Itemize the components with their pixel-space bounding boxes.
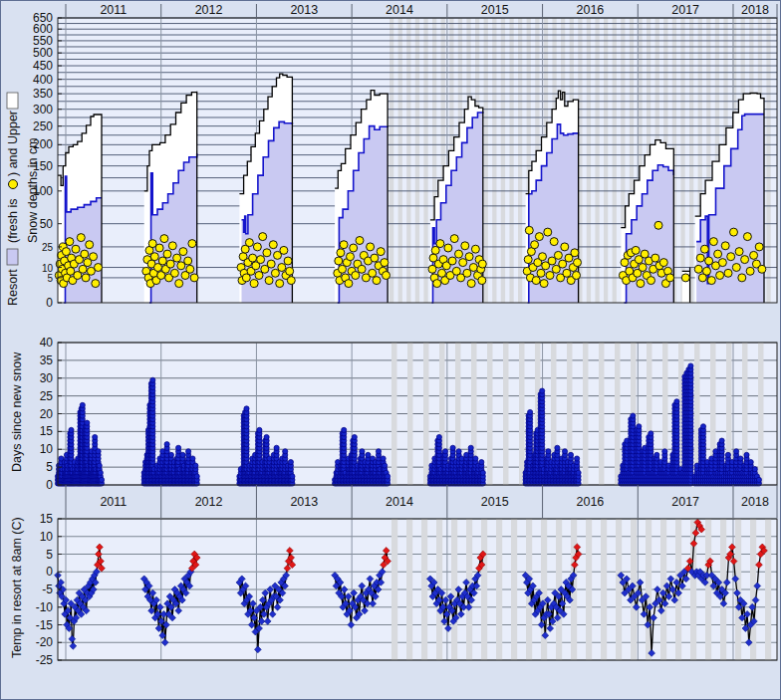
fresh-snow-dot <box>741 256 749 264</box>
days-since-snow-dot <box>649 431 653 436</box>
y-tick-label: 35 <box>40 353 54 367</box>
y-tick-label: 0 <box>46 478 53 492</box>
fresh-snow-dot <box>681 274 689 282</box>
days-since-snow-dot <box>96 449 101 454</box>
days-since-snow-dot <box>748 460 753 465</box>
y-tick-label: -20 <box>36 635 54 649</box>
legend-fresh-label: (fresh is <box>6 199 20 243</box>
y-tick-label: 15 <box>40 512 54 526</box>
fresh-snow-dot <box>377 248 385 256</box>
fresh-snow-dot <box>467 280 475 288</box>
fresh-snow-dot <box>249 254 257 262</box>
fresh-snow-dot <box>158 257 166 265</box>
days-since-snow-dot <box>150 377 155 382</box>
days-since-snow-dot <box>190 456 195 461</box>
fresh-snow-dot <box>574 259 582 267</box>
legend-resort-label: Resort <box>6 269 20 306</box>
days-since-snow-dot <box>274 445 279 450</box>
fresh-snow-dot <box>245 239 253 247</box>
svg-text:Days since new snow: Days since new snow <box>10 351 24 472</box>
fresh-snow-dot <box>444 244 452 252</box>
fresh-snow-dot <box>250 280 258 288</box>
fresh-snow-dot <box>561 243 569 251</box>
days-since-snow-dot <box>674 399 679 404</box>
fresh-snow-dot <box>286 267 294 275</box>
fresh-snow-dot <box>707 277 715 285</box>
days-since-snow-dot <box>662 449 667 454</box>
y-tick-label: 15 <box>40 424 54 438</box>
fresh-snow-dot <box>280 246 288 254</box>
days-since-snow-dot <box>342 427 347 432</box>
days-since-snow-dot <box>540 388 545 393</box>
upper-depth-area <box>682 268 690 304</box>
fresh-snow-dot <box>82 274 90 282</box>
y-tick-label: 400 <box>33 73 53 87</box>
days-since-snow-dot <box>180 452 185 457</box>
fresh-snow-dot <box>632 246 640 254</box>
resort-swatch <box>7 249 18 265</box>
fresh-snow-swatch-icon <box>9 180 18 189</box>
fresh-snow-dot <box>345 280 353 288</box>
days-since-snow-dot <box>562 449 567 454</box>
year-label: 2011 <box>100 495 127 509</box>
fresh-snow-dot <box>471 245 479 253</box>
year-label: 2016 <box>577 495 605 509</box>
y-tick-label: 10 <box>40 442 54 456</box>
days-since-snow-dot <box>752 467 757 472</box>
days-since-snow-dot <box>631 413 636 418</box>
year-label: 2014 <box>386 3 413 17</box>
days-since-snow-dot <box>637 424 642 429</box>
days-since-snow-dot <box>555 445 560 450</box>
fresh-snow-dot <box>358 265 366 273</box>
y-tick-label: 30 <box>40 371 54 385</box>
fresh-snow-dot <box>81 250 89 258</box>
y-tick-label: 350 <box>33 87 53 101</box>
days-since-snow-dot <box>575 456 580 461</box>
fresh-snow-dot <box>531 241 539 249</box>
fresh-snow-dot <box>267 260 275 268</box>
fresh-snow-dot <box>168 242 176 250</box>
fresh-snow-dot <box>163 250 171 258</box>
y-tick-label: 5 <box>46 460 53 474</box>
fresh-snow-dot <box>255 272 263 280</box>
days-since-snow-dot <box>290 474 295 479</box>
fresh-snow-dot <box>186 265 194 273</box>
y-tick-label: 20 <box>40 407 54 421</box>
y-tick-label: -5 <box>42 583 53 596</box>
fresh-snow-dot <box>263 249 271 257</box>
days-since-snow-dot <box>381 456 386 461</box>
days-since-snow-dot <box>98 470 103 475</box>
fresh-snow-dot <box>90 253 98 261</box>
legend-upper-label: ) and Upper <box>6 111 20 176</box>
days-since-snow-dot <box>288 460 293 465</box>
fresh-snow-dot <box>253 243 261 251</box>
fresh-snow-dot <box>166 260 174 268</box>
snow-axis-title: Snow depths in cm <box>26 137 40 243</box>
fresh-snow-dot <box>177 262 185 270</box>
y-tick-label: 450 <box>33 59 53 73</box>
fresh-snow-dot <box>337 249 345 257</box>
days-since-snow-dot <box>654 452 659 457</box>
fresh-snow-dot <box>438 269 446 277</box>
snow-history-chart: 0510255010015020025030035040045050055060… <box>1 1 781 700</box>
fresh-snow-dot <box>369 269 377 277</box>
svg-text:Snow depths in cm: Snow depths in cm <box>26 137 40 243</box>
year-label: 2013 <box>290 495 318 509</box>
fresh-snow-dot <box>524 256 532 264</box>
fresh-snow-dot <box>546 272 554 280</box>
fresh-snow-dot <box>525 226 533 234</box>
fresh-snow-dot <box>694 265 702 273</box>
year-label: 2017 <box>671 495 699 509</box>
days-axis-title: Days since new snow <box>10 351 24 472</box>
fresh-snow-dot <box>532 277 540 285</box>
y-tick-label: 10 <box>40 530 54 544</box>
fresh-snow-dot <box>738 274 746 282</box>
fresh-snow-dot <box>95 264 103 272</box>
fresh-snow-dot <box>550 238 558 246</box>
days-since-snow-dot <box>576 470 581 475</box>
days-since-snow-dot <box>719 438 724 443</box>
fresh-snow-dot <box>724 269 732 277</box>
fresh-snow-dot <box>257 256 265 264</box>
year-label: 2012 <box>195 3 223 17</box>
days-since-snow-dot <box>194 474 199 479</box>
